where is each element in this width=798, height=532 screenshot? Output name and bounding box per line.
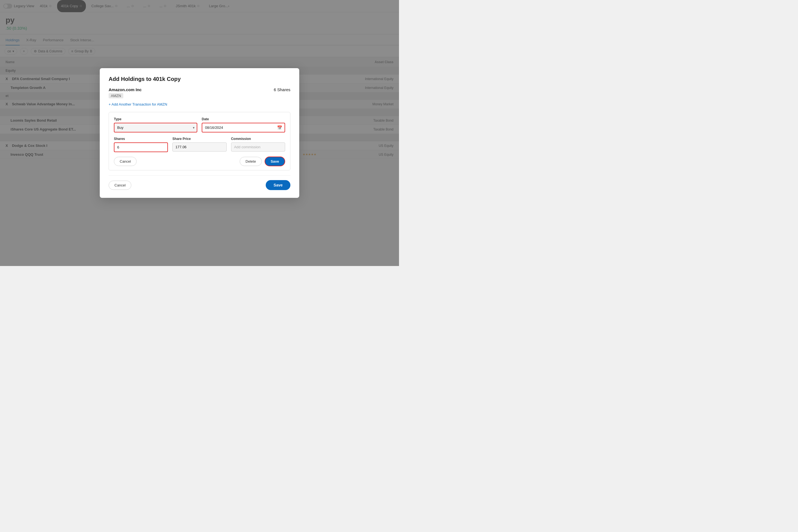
modal-title: Add Holdings to 401k Copy	[109, 76, 290, 82]
date-label: Date	[202, 117, 285, 121]
form-row-shares: Shares Share Price Commission	[114, 137, 285, 152]
modal-footer: Cancel Save	[109, 175, 290, 190]
stock-ticker: AMZN	[109, 93, 123, 98]
date-input-wrapper: 📅	[202, 123, 285, 132]
add-transaction-link[interactable]: + Add Another Transaction for AMZN	[109, 102, 290, 107]
add-holdings-modal: Add Holdings to 401k Copy Amazon.com Inc…	[100, 68, 299, 198]
share-price-label: Share Price	[172, 137, 226, 141]
commission-input[interactable]	[231, 142, 285, 152]
stock-info: Amazon.com Inc 6 Shares	[109, 87, 290, 92]
form-group-commission: Commission	[231, 137, 285, 152]
type-select[interactable]: Buy Sell	[114, 123, 197, 132]
shares-label: Shares	[114, 137, 168, 141]
cancel-inline-button[interactable]: Cancel	[114, 157, 137, 166]
stock-shares: 6 Shares	[274, 87, 290, 92]
share-price-input[interactable]	[172, 142, 226, 152]
delete-button[interactable]: Delete	[240, 157, 262, 166]
date-input[interactable]	[202, 123, 285, 132]
modal-backdrop: Add Holdings to 401k Copy Amazon.com Inc…	[0, 0, 399, 266]
type-label: Type	[114, 117, 197, 121]
save-footer-button[interactable]: Save	[266, 180, 290, 190]
form-group-date: Date 📅	[202, 117, 285, 132]
form-group-type: Type Buy Sell ▾	[114, 117, 197, 132]
commission-label: Commission	[231, 137, 285, 141]
cancel-footer-button[interactable]: Cancel	[109, 180, 131, 190]
type-select-wrapper: Buy Sell ▾	[114, 123, 197, 132]
form-inline-actions: Cancel Delete Save	[114, 156, 285, 166]
save-inline-button[interactable]: Save	[265, 156, 285, 166]
form-row-type-date: Type Buy Sell ▾ Date 📅	[114, 117, 285, 132]
form-group-share-price: Share Price	[172, 137, 226, 152]
stock-name: Amazon.com Inc	[109, 87, 141, 92]
shares-input[interactable]	[114, 142, 168, 152]
transaction-form: Type Buy Sell ▾ Date 📅	[109, 112, 290, 170]
form-group-shares: Shares	[114, 137, 168, 152]
